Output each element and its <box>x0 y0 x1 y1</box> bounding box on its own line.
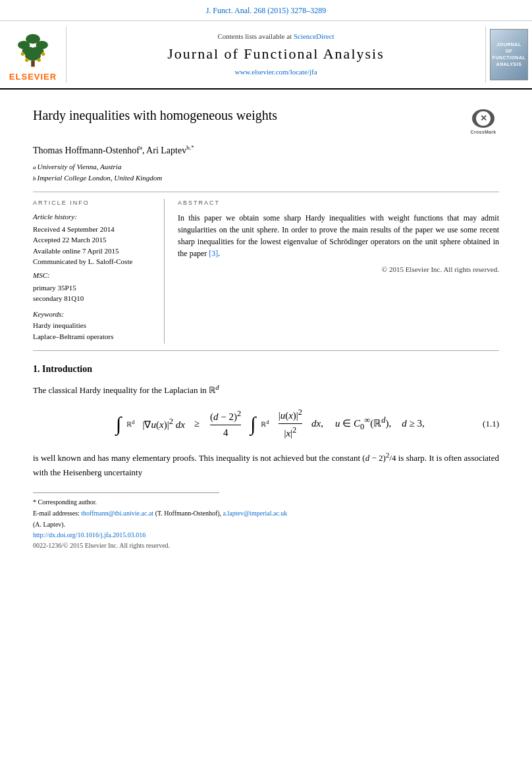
crossmark-x-icon: ✕ <box>480 113 487 124</box>
ineq-sign: ≥ <box>194 417 200 431</box>
fraction-numerator: (d − 2)2 <box>210 408 241 425</box>
fraction-coeff: (d − 2)2 4 <box>210 408 241 440</box>
svg-point-9 <box>25 58 29 62</box>
communicated-by: Communicated by L. Saloff-Coste <box>33 257 154 267</box>
keyword2: Laplace–Beltrami operators <box>33 332 154 342</box>
domain-right: ℝd <box>261 419 269 429</box>
cover-line1: JOURNAL OF <box>492 41 525 55</box>
paper-title: Hardy inequalities with homogeneous weig… <box>33 107 461 124</box>
email2-link[interactable]: a.laptev@imperial.ac.uk <box>223 510 288 517</box>
main-content: Hardy inequalities with homogeneous weig… <box>0 90 532 562</box>
elsevier-tree-icon <box>10 33 56 69</box>
article-info-header: ARTICLE INFO <box>33 199 154 207</box>
received-date: Received 4 September 2014 <box>33 224 154 234</box>
author2-name: , Ari Laptev <box>142 145 186 155</box>
laptev-credit: (A. Laptev). <box>33 519 499 529</box>
journal-reference: J. Funct. Anal. 268 (2015) 3278–3289 <box>0 0 532 21</box>
svg-point-10 <box>37 58 41 62</box>
crossmark-inner: ✕ <box>476 111 491 126</box>
section-name: Introduction <box>42 364 92 374</box>
journal-url[interactable]: www.elsevier.com/locate/jfa <box>234 67 317 77</box>
right-dx: dx, <box>311 417 323 431</box>
svg-rect-6 <box>31 61 35 66</box>
footnote-emails: E-mail addresses: thoffmann@tbi.univie.a… <box>33 508 499 518</box>
keywords-label: Keywords: <box>33 309 154 319</box>
integral-right: ∫ <box>250 414 255 434</box>
abstract-header: ABSTRACT <box>178 199 499 207</box>
paper-title-row: Hardy inequalities with homogeneous weig… <box>33 107 499 136</box>
affiliation-b: b Imperial College London, United Kingdo… <box>33 173 499 183</box>
fraction-denominator: 4 <box>223 425 228 440</box>
doi-link[interactable]: http://dx.doi.org/10.1016/j.jfa.2015.03.… <box>33 531 499 540</box>
aff-marker-a: a <box>33 163 36 172</box>
cover-line3: ANALYSIS <box>496 61 522 68</box>
msc-secondary: secondary 81Q10 <box>33 294 154 303</box>
affiliation-a: a University of Vienna, Austria <box>33 162 499 172</box>
formula-d-condition: d ≥ 3, <box>402 417 424 431</box>
integrand-denominator: |x|2 <box>284 424 296 440</box>
crossmark-circle: ✕ <box>472 109 494 128</box>
dimension-sup: d <box>215 383 219 391</box>
formula-conditions: u ∈ C0∞(ℝd), <box>335 415 391 433</box>
authors-line: Thomas Hoffmann-Ostenhofa, Ari Laptevb,* <box>33 144 499 157</box>
copyright-text: © 2015 Elsevier Inc. All rights reserved… <box>178 265 499 275</box>
available-date: Available online 7 April 2015 <box>33 246 154 256</box>
section-number: 1. <box>33 364 40 374</box>
email1-link[interactable]: thoffmann@tbi.univie.ac.at <box>81 510 153 517</box>
abstract-ref[interactable]: [3] <box>209 249 218 258</box>
journal-cover: JOURNAL OF FUNCTIONAL ANALYSIS <box>486 26 532 83</box>
affiliation-b-text: Imperial College London, United Kingdom <box>38 173 163 183</box>
elsevier-brand: ELSEVIER <box>9 71 57 83</box>
issn-text: 0022-1236/© 2015 Elsevier Inc. All right… <box>33 541 499 550</box>
section-introduction-title: 1. Introduction <box>33 363 499 376</box>
section-divider-2 <box>33 350 499 351</box>
journal-title-block: Contents lists available at ScienceDirec… <box>66 26 486 83</box>
journal-ref-text: J. Funct. Anal. 268 (2015) 3278–3289 <box>206 6 327 15</box>
aff-marker-b: b <box>33 174 36 183</box>
footnote-star: * Corresponding author. <box>33 497 499 507</box>
msc-label: MSC: <box>33 271 154 280</box>
affiliation-a-text: University of Vienna, Austria <box>38 162 122 172</box>
formula-number: (1.1) <box>483 418 499 430</box>
elsevier-logo-block: ELSEVIER <box>0 26 66 83</box>
author1-name: Thomas Hoffmann-Ostenhof <box>33 145 140 155</box>
formula-1-1: ∫ ℝd |∇u(x)|2 dx ≥ (d − 2)2 4 ∫ ℝd |u(x)… <box>33 407 499 440</box>
accepted-date: Accepted 22 March 2015 <box>33 235 154 245</box>
msc-primary: primary 35P15 <box>33 283 154 293</box>
journal-header: ELSEVIER Contents lists available at Sci… <box>0 21 532 90</box>
svg-point-7 <box>21 52 24 55</box>
abstract-that-word: that <box>447 213 459 223</box>
intro-para2: is well known and has many elementary pr… <box>33 450 499 479</box>
article-info-panel: ARTICLE INFO Article history: Received 4… <box>33 199 165 344</box>
crossmark-badge[interactable]: ✕ CrossMark <box>467 109 499 136</box>
cover-image: JOURNAL OF FUNCTIONAL ANALYSIS <box>490 29 528 80</box>
journal-main-title: Journal of Functional Analysis <box>167 44 384 65</box>
info-abstract-row: ARTICLE INFO Article history: Received 4… <box>33 199 499 344</box>
crossmark-label: CrossMark <box>471 129 496 136</box>
left-integrand: |∇u(x)|2 dx <box>142 416 184 432</box>
cover-line2: FUNCTIONAL <box>492 55 526 61</box>
section-divider <box>33 192 499 192</box>
integral-subscript-left <box>107 419 109 429</box>
intro-para1: The classical Hardy inequality for the L… <box>33 382 499 398</box>
domain-left: ℝd <box>126 419 134 429</box>
contents-line: Contents lists available at ScienceDirec… <box>217 32 334 41</box>
integral-left: ∫ <box>116 414 121 434</box>
author2-sup: b,* <box>186 144 194 151</box>
formula-content: ∫ ℝd |∇u(x)|2 dx ≥ (d − 2)2 4 ∫ ℝd |u(x)… <box>107 407 424 440</box>
affiliations-block: a University of Vienna, Austria b Imperi… <box>33 162 499 184</box>
history-label: Article history: <box>33 212 154 222</box>
footnote-divider <box>33 492 219 493</box>
abstract-text: In this paper we obtain some sharp Hardy… <box>178 212 499 259</box>
keyword1: Hardy inequalities <box>33 321 154 330</box>
integrand-numerator: |u(x)|2 <box>279 407 302 424</box>
sciencedirect-link[interactable]: ScienceDirect <box>294 32 334 40</box>
svg-point-8 <box>41 52 45 55</box>
abstract-panel: ABSTRACT In this paper we obtain some sh… <box>178 199 499 344</box>
fraction-integrand: |u(x)|2 |x|2 <box>279 407 302 440</box>
